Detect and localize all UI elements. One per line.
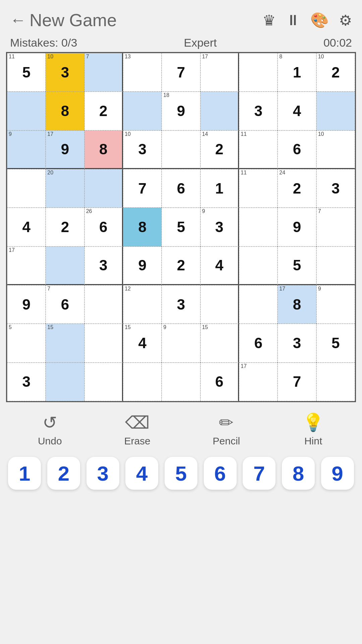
table-row[interactable]: 11 (239, 169, 278, 208)
table-row[interactable]: 7 (278, 363, 316, 401)
table-row[interactable]: 6 (278, 130, 316, 169)
table-row[interactable] (84, 169, 123, 208)
table-row[interactable] (84, 363, 123, 401)
pause-icon[interactable]: ⏸ (286, 12, 300, 29)
table-row[interactable]: 5 (278, 247, 316, 285)
table-row[interactable]: 189 (162, 92, 200, 130)
pencil-button[interactable]: ✏ Pencil (213, 413, 240, 447)
table-row[interactable] (316, 363, 355, 401)
table-row[interactable]: 12 (123, 285, 162, 324)
table-row[interactable]: 103 (123, 130, 162, 169)
table-row[interactable]: 5 (7, 324, 46, 362)
num-btn-6[interactable]: 6 (204, 457, 237, 490)
table-row[interactable]: 9 (7, 285, 46, 324)
table-row[interactable] (162, 363, 200, 401)
table-row[interactable]: 4 (7, 208, 46, 246)
table-row[interactable]: 17 (239, 363, 278, 401)
table-row[interactable] (316, 247, 355, 285)
num-btn-5[interactable]: 5 (165, 457, 197, 490)
palette-icon[interactable]: 🎨 (310, 11, 329, 29)
table-row[interactable] (239, 53, 278, 92)
hint-button[interactable]: 💡 Hint (302, 412, 324, 447)
table-row[interactable]: 103 (46, 53, 84, 92)
table-row[interactable] (239, 285, 278, 324)
table-row[interactable]: 3 (239, 92, 278, 130)
table-row[interactable]: 15 (200, 324, 239, 362)
table-row[interactable]: 17 (200, 53, 239, 92)
table-row[interactable] (123, 92, 162, 130)
table-row[interactable]: 6 (162, 169, 200, 208)
settings-icon[interactable]: ⚙ (339, 12, 352, 29)
table-row[interactable] (84, 324, 123, 362)
table-row[interactable]: 13 (123, 53, 162, 92)
table-row[interactable] (239, 208, 278, 246)
table-row[interactable] (200, 285, 239, 324)
num-btn-9[interactable]: 9 (321, 457, 354, 490)
table-row[interactable]: 6 (239, 324, 278, 362)
table-row[interactable]: 5 (162, 208, 200, 246)
num-btn-7[interactable]: 7 (243, 457, 276, 490)
table-row[interactable]: 142 (200, 130, 239, 169)
table-row[interactable]: 3 (316, 169, 355, 208)
num-btn-8[interactable]: 8 (282, 457, 315, 490)
table-row[interactable]: 266 (84, 208, 123, 246)
back-button[interactable]: ← (10, 12, 26, 28)
table-row[interactable]: 154 (123, 324, 162, 362)
table-row[interactable]: 102 (316, 53, 355, 92)
table-row[interactable]: 115 (7, 53, 46, 92)
table-row[interactable]: 3 (278, 324, 316, 362)
table-row[interactable]: 76 (46, 285, 84, 324)
table-row[interactable]: 93 (200, 208, 239, 246)
table-row[interactable]: 6 (200, 363, 239, 401)
table-row[interactable]: 4 (278, 92, 316, 130)
table-row[interactable]: 15 (46, 324, 84, 362)
table-row[interactable]: 8 (46, 92, 84, 130)
table-row[interactable]: 5 (316, 324, 355, 362)
table-row[interactable] (7, 92, 46, 130)
undo-button[interactable]: ↺ Undo (38, 413, 62, 447)
table-row[interactable]: 17 (7, 247, 46, 285)
table-row[interactable]: 178 (278, 285, 316, 324)
table-row[interactable] (84, 285, 123, 324)
table-row[interactable]: 8 (123, 208, 162, 246)
table-row[interactable] (316, 92, 355, 130)
table-row[interactable]: 7 (84, 53, 123, 92)
table-row[interactable]: 1 (200, 169, 239, 208)
table-row[interactable]: 7 (123, 169, 162, 208)
table-row[interactable] (200, 92, 239, 130)
table-row[interactable]: 7 (162, 53, 200, 92)
num-btn-3[interactable]: 3 (86, 457, 119, 490)
table-row[interactable]: 242 (278, 169, 316, 208)
table-row[interactable]: 20 (46, 169, 84, 208)
num-btn-4[interactable]: 4 (125, 457, 158, 490)
table-row[interactable]: 81 (278, 53, 316, 92)
table-row[interactable]: 8 (84, 130, 123, 169)
crown-icon[interactable]: ♛ (262, 12, 276, 29)
table-row[interactable]: 2 (84, 92, 123, 130)
table-row[interactable]: 10 (316, 130, 355, 169)
table-row[interactable] (162, 130, 200, 169)
table-row[interactable]: 2 (46, 208, 84, 246)
table-row[interactable]: 3 (7, 363, 46, 401)
table-row[interactable]: 9 (7, 130, 46, 169)
table-row[interactable]: 9 (316, 285, 355, 324)
table-row[interactable]: 9 (278, 208, 316, 246)
table-row[interactable] (7, 169, 46, 208)
num-btn-2[interactable]: 2 (47, 457, 80, 490)
table-row[interactable] (123, 363, 162, 401)
num-btn-1[interactable]: 1 (8, 457, 41, 490)
table-row[interactable]: 3 (162, 285, 200, 324)
table-row[interactable] (46, 363, 84, 401)
table-row[interactable]: 4 (200, 247, 239, 285)
table-row[interactable]: 2 (162, 247, 200, 285)
table-row[interactable]: 7 (316, 208, 355, 246)
table-row[interactable]: 9 (162, 324, 200, 362)
table-row[interactable]: 3 (84, 247, 123, 285)
table-row[interactable]: 11 (239, 130, 278, 169)
table-row[interactable] (46, 247, 84, 285)
table-row[interactable]: 9 (123, 247, 162, 285)
table-row[interactable] (239, 247, 278, 285)
table-row[interactable]: 179 (46, 130, 84, 169)
erase-button[interactable]: ⌫ Erase (124, 413, 150, 447)
corner-number: 10 (318, 54, 324, 59)
